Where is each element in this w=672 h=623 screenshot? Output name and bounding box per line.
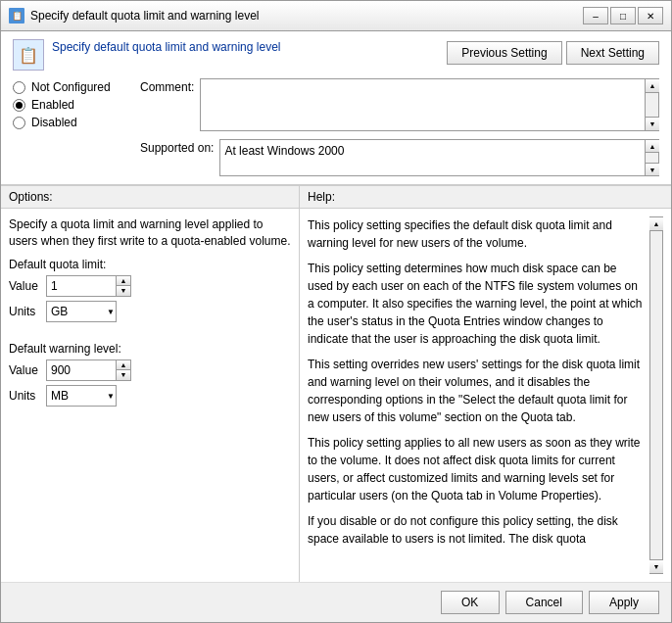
help-scroll-area: This policy setting specifies the defaul… (308, 216, 663, 574)
help-pane-title: Help: (300, 186, 671, 208)
apply-button[interactable]: Apply (589, 591, 659, 614)
quota-units-select[interactable]: KB MB GB TB (46, 301, 117, 322)
ok-button[interactable]: OK (441, 591, 500, 614)
help-text: This policy setting specifies the defaul… (308, 216, 648, 574)
warning-spin-down[interactable]: ▼ (117, 370, 130, 380)
warning-value-row: Value ▲ ▼ (9, 359, 291, 381)
warning-units-row: Units KB MB GB TB ▼ (9, 385, 291, 407)
warning-units-select-container: KB MB GB TB ▼ (46, 385, 117, 407)
help-p1: This policy setting specifies the defaul… (308, 216, 644, 252)
supported-scrolldown-arrow[interactable]: ▼ (646, 163, 659, 175)
help-scroll-up-arrow[interactable]: ▲ (649, 217, 663, 231)
radio-circle-not-configured (13, 81, 25, 94)
quota-spin-down[interactable]: ▼ (117, 286, 130, 296)
help-p3: This setting overrides new users' settin… (308, 356, 644, 426)
quota-spin-up[interactable]: ▲ (117, 276, 130, 286)
radio-label-not-configured: Not Configured (31, 80, 111, 94)
previous-setting-button[interactable]: Previous Setting (447, 41, 561, 65)
help-pane: This policy setting specifies the defaul… (300, 209, 671, 582)
next-setting-button[interactable]: Next Setting (566, 41, 659, 65)
comment-input[interactable] (201, 79, 645, 130)
warning-value-spinner: ▲ ▼ (46, 359, 131, 381)
radio-circle-disabled (13, 117, 25, 129)
quota-limit-label: Default quota limit: (9, 258, 291, 271)
close-button[interactable]: ✕ (638, 7, 663, 24)
radio-label-disabled: Disabled (31, 116, 77, 129)
window-title: Specify default quota limit and warning … (30, 9, 577, 23)
options-description: Specify a quota limit and warning level … (9, 216, 291, 250)
quota-spin-arrows: ▲ ▼ (116, 276, 130, 296)
radio-disabled[interactable]: Disabled (13, 116, 140, 129)
comment-scrolldown-arrow[interactable]: ▼ (646, 117, 659, 130)
dialog-title: Specify default quota limit and warning … (52, 39, 437, 56)
comment-label: Comment: (140, 78, 194, 94)
help-p5: If you disable or do not configure this … (308, 512, 644, 548)
supported-value: At least Windows 2000 (220, 140, 645, 175)
warning-spin-up[interactable]: ▲ (117, 360, 130, 370)
radio-circle-enabled (13, 99, 25, 112)
warning-units-select[interactable]: KB MB GB TB (46, 385, 117, 407)
help-p2: This policy setting determines how much … (308, 260, 644, 348)
warning-level-group: Default warning level: Value ▲ ▼ Units (9, 342, 291, 410)
warning-spin-arrows: ▲ ▼ (116, 360, 130, 380)
options-pane-title: Options: (1, 186, 300, 208)
quota-value-label: Value (9, 279, 40, 293)
options-pane: Specify a quota limit and warning level … (1, 209, 300, 582)
dialog-icon: 📋 (13, 39, 44, 71)
supported-label: Supported on: (140, 139, 214, 155)
comment-scrollup-arrow[interactable]: ▲ (646, 79, 659, 93)
main-content: Specify a quota limit and warning level … (1, 209, 671, 582)
quota-units-row: Units KB MB GB TB ▼ (9, 301, 291, 322)
cancel-button[interactable]: Cancel (505, 591, 583, 614)
dialog-header: 📋 Specify default quota limit and warnin… (1, 31, 671, 186)
maximize-button[interactable]: □ (610, 7, 636, 24)
quota-units-select-container: KB MB GB TB ▼ (46, 301, 117, 322)
quota-value-row: Value ▲ ▼ (9, 275, 291, 297)
main-window: 📋 Specify default quota limit and warnin… (0, 0, 672, 623)
radio-label-enabled: Enabled (31, 98, 74, 112)
warning-level-label: Default warning level: (9, 342, 291, 356)
window-controls: – □ ✕ (583, 7, 663, 24)
warning-value-input[interactable] (47, 360, 116, 380)
bottom-bar: OK Cancel Apply (1, 582, 671, 622)
quota-limit-group: Default quota limit: Value ▲ ▼ Units (9, 258, 291, 326)
radio-enabled[interactable]: Enabled (13, 98, 140, 112)
supported-scrollup-arrow[interactable]: ▲ (646, 140, 659, 153)
quota-value-input[interactable] (47, 276, 116, 296)
help-scrollbar: ▲ ▼ (649, 216, 663, 574)
radio-not-configured[interactable]: Not Configured (13, 80, 140, 94)
window-icon: 📋 (9, 8, 24, 24)
minimize-button[interactable]: – (583, 7, 608, 24)
warning-value-label: Value (9, 363, 40, 377)
help-scroll-down-arrow[interactable]: ▼ (649, 559, 663, 573)
help-p4: This policy setting applies to all new u… (308, 434, 644, 504)
title-bar: 📋 Specify default quota limit and warnin… (1, 1, 671, 31)
warning-units-label: Units (9, 389, 40, 403)
quota-units-label: Units (9, 305, 40, 318)
quota-value-spinner: ▲ ▼ (46, 275, 131, 297)
